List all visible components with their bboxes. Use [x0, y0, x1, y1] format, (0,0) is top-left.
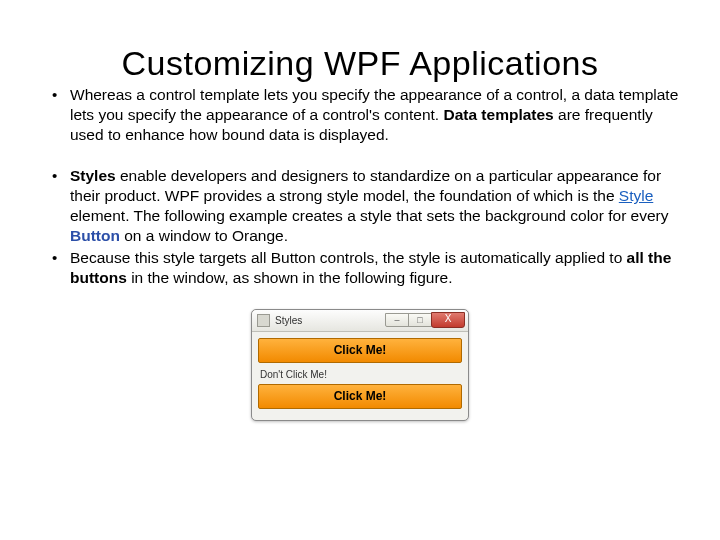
window-title: Styles	[275, 315, 386, 326]
window-client-area: Click Me! Don't Click Me! Click Me!	[252, 332, 468, 420]
style-link[interactable]: Style	[619, 187, 653, 204]
text: element. The following example creates a…	[70, 207, 669, 224]
orange-button-1[interactable]: Click Me!	[258, 338, 462, 363]
window-icon	[257, 314, 270, 327]
orange-button-2[interactable]: Click Me!	[258, 384, 462, 409]
window-controls: – □ X	[386, 313, 465, 328]
text: on a window to Orange.	[120, 227, 288, 244]
maximize-button[interactable]: □	[408, 313, 432, 327]
bullet-list: Whereas a control template lets you spec…	[40, 85, 680, 287]
text-bold-blue: Button	[70, 227, 120, 244]
minimize-button[interactable]: –	[385, 313, 409, 327]
slide-title: Customizing WPF Applications	[40, 44, 680, 83]
text: enable developers and designers to stand…	[70, 167, 661, 204]
text: Because this style targets all Button co…	[70, 249, 627, 266]
text-bold: Data templates	[443, 106, 553, 123]
text-bold: Styles	[70, 167, 116, 184]
bullet-data-templates: Whereas a control template lets you spec…	[48, 85, 680, 144]
example-window: Styles – □ X Click Me! Don't Click Me! C…	[251, 309, 469, 421]
bullet-applied-style: Because this style targets all Button co…	[48, 248, 680, 288]
close-button[interactable]: X	[431, 312, 465, 328]
window-titlebar: Styles – □ X	[252, 310, 468, 332]
bullet-styles: Styles enable developers and designers t…	[48, 166, 680, 245]
static-label: Don't Click Me!	[258, 368, 462, 384]
text: in the window, as shown in the following…	[127, 269, 453, 286]
